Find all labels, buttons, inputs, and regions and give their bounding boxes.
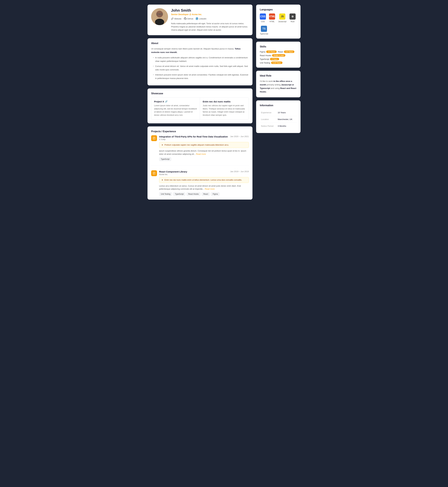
info-label-notice: Notice Period: [260, 122, 276, 129]
project-dates-1: Jan 2020 – Jun 2021: [230, 135, 249, 138]
project-company-1: C Corp: [159, 138, 249, 140]
project-content-1: Integration of Third-Party APIs for Real…: [159, 135, 249, 161]
info-row-experience: Experience 10 Years: [260, 109, 297, 116]
project-item-1: Integration of Third-Party APIs for Real…: [151, 135, 249, 161]
skill-unit-testing-years: 5-10 Years: [271, 62, 282, 64]
ideal-role-part-3: primarly writing: [266, 84, 281, 86]
css-icon: CSS: [260, 14, 266, 20]
project-header-2: React Component Library Jan 2019 – Jun 2…: [159, 170, 249, 173]
profile-name: John Smith: [171, 8, 249, 13]
skills-grid: Figma 3-5 Years React 3-5 Years React Ho…: [260, 50, 297, 64]
side-column: Languages CSS CSS HTML HTML JS Javascrip…: [256, 5, 301, 200]
project-icon-2: [151, 170, 157, 176]
skill-react-name: React: [278, 51, 283, 53]
showcase-item-1-title: Project X 🔗: [154, 100, 197, 103]
info-label-experience: Experience: [260, 109, 276, 116]
lang-css: CSS CSS: [260, 14, 266, 23]
about-intro-text: Ut consequat semper viverra nam libero j…: [151, 48, 234, 50]
ts-icon: TS: [261, 26, 267, 32]
showcase-item-2-title: Enim nec dui nunc mattis: [203, 100, 246, 103]
ideal-role-part-1: I'd like to work: [260, 80, 273, 82]
project-desc-2: Lectus arcu bibendum at varius. Cursus s…: [159, 184, 249, 191]
skill-react: React 3-5 Years: [278, 50, 294, 53]
tag-figma: Figma: [211, 192, 219, 196]
skill-unit-testing-name: Unit Testing: [260, 62, 270, 64]
linkedin-icon: [196, 17, 198, 20]
svg-rect-7: [196, 18, 196, 19]
link-icon: [171, 17, 174, 20]
tag-react-hooks: React Hooks: [186, 192, 200, 196]
info-value-location: Manchester, UK: [276, 116, 297, 122]
linkedin-link[interactable]: LinkedIn: [196, 17, 206, 20]
skills-card: Skills Figma 3-5 Years React 3-5 Years R…: [256, 42, 301, 68]
skill-typescript: TypeScript 2 Years: [260, 58, 279, 60]
info-label-location: Location: [260, 116, 276, 122]
skill-typescript-years: 2 Years: [270, 58, 279, 60]
js-label: Javascript: [278, 21, 287, 23]
showcase-card: Showcase Project X 🔗 Lorem ipsum dolor s…: [147, 89, 252, 123]
tag-typescript-1: TypeScript: [159, 157, 171, 161]
ideal-role-text: I'd like to work in the office once a mo…: [260, 80, 297, 94]
skill-react-hooks-years: Under a year: [272, 54, 285, 57]
skill-figma-name: Figma: [260, 51, 265, 53]
project-tags-2: Unit Testing TypeScript React Hooks Reac…: [159, 192, 249, 196]
lang-html: HTML HTML: [269, 14, 275, 23]
languages-title: Languages: [260, 8, 297, 11]
project-tags-1: TypeScript: [159, 157, 249, 161]
ideal-role-title: Ideal Role: [260, 74, 297, 77]
skill-figma-years: 3-5 Years: [266, 50, 277, 53]
project-highlight-1: ✦ Pretium vulputate sapien nec sagittis …: [159, 142, 249, 148]
highlight-icon-2: ✦: [161, 179, 163, 181]
website-label: Website: [174, 18, 182, 20]
showcase-grid: Project X 🔗 Lorem ipsum dolor sit amet, …: [151, 97, 249, 120]
lang-js: JS Javascript: [278, 14, 287, 23]
project-link-icon: 🔗: [165, 100, 168, 103]
avatar: [151, 8, 168, 25]
tag-unit-testing: Unit Testing: [159, 192, 172, 196]
project-content-2: React Component Library Jan 2019 – Jun 2…: [159, 170, 249, 196]
github-icon: [184, 17, 186, 20]
github-link[interactable]: GitHub: [184, 17, 193, 20]
project-icon-1: [151, 135, 157, 141]
project-title-1: Integration of Third-Party APIs for Real…: [159, 135, 228, 138]
info-value-experience: 10 Years: [276, 109, 297, 116]
showcase-item-1-desc: Lorem ipsum dolor sit amet, consectetur …: [154, 104, 197, 117]
profile-links: Website GitHub: [171, 17, 249, 20]
project-item-2: React Component Library Jan 2019 – Jun 2…: [151, 170, 249, 196]
ideal-role-part-5: and using: [270, 87, 280, 89]
profile-header: John Smith Senior Developer @ Acme Inc. …: [151, 8, 249, 32]
about-title: About: [151, 42, 249, 45]
skill-typescript-name: TypeScript: [260, 58, 269, 60]
ideal-role-part-7: .: [266, 91, 267, 93]
about-bullet-2: Cursus sit amet dictum sit. Varius sit a…: [153, 65, 249, 72]
ts-label: Typescript: [260, 33, 268, 35]
information-table: Experience 10 Years Location Manchester,…: [260, 109, 297, 129]
about-intro: Ut consequat semper viverra nam libero j…: [151, 47, 249, 54]
showcase-title: Showcase: [151, 92, 249, 95]
css-label: CSS: [261, 21, 265, 23]
project-title-2: React Component Library: [159, 170, 187, 173]
info-row-notice: Notice Period 3 Months: [260, 122, 297, 129]
projects-title: Projects / Experience: [151, 130, 249, 133]
tag-typescript-2: TypeScript: [173, 192, 185, 196]
read-more-2[interactable]: Read more: [205, 188, 215, 190]
skill-react-hooks-name: React Hooks: [260, 54, 271, 57]
project-dates-2: Jan 2019 – Jun 2019: [230, 170, 249, 173]
languages-card: Languages CSS CSS HTML HTML JS Javascrip…: [256, 5, 301, 39]
projects-list: Integration of Third-Party APIs for Real…: [151, 135, 249, 196]
showcase-item-2: Enim nec dui nunc mattis Justo nec ultri…: [200, 97, 249, 120]
project-desc-1: Ipsum suspendisse ultrices gravida dictu…: [159, 149, 249, 156]
profile-bio: Nulla malesuada pellentesque elit eget. …: [171, 22, 249, 32]
information-title: Information: [260, 104, 297, 107]
website-link[interactable]: Website: [171, 17, 182, 20]
read-more-1[interactable]: Read more: [196, 153, 206, 155]
profile-subtitle: Senior Developer @ Acme Inc.: [171, 13, 249, 16]
rust-icon: ⚙: [289, 14, 296, 20]
skills-title: Skills: [260, 45, 297, 48]
information-card: Information Experience 10 Years Location…: [256, 100, 301, 133]
lang-ts: TS Typescript: [260, 26, 268, 35]
html-icon: HTML: [269, 14, 275, 20]
about-list: In nulla posuere sollicitudin aliquam ul…: [151, 56, 249, 80]
showcase-item-1: Project X 🔗 Lorem ipsum dolor sit amet, …: [151, 97, 200, 120]
svg-point-5: [155, 19, 164, 25]
